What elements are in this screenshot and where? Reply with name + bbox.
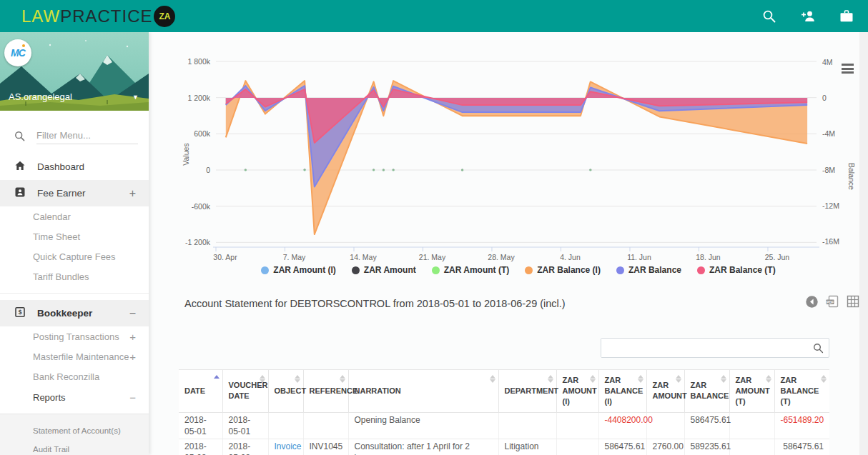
column-header-zar-amount-t[interactable]: ZAR AMOUNT (T) bbox=[729, 370, 774, 413]
svg-text:0: 0 bbox=[206, 166, 210, 174]
sidebar-item-quick-capture-fees[interactable]: Quick Capture Fees bbox=[0, 246, 149, 266]
filter-menu-input[interactable] bbox=[36, 127, 138, 144]
cell-value: -4408200.00 bbox=[605, 415, 653, 425]
sidebar-item-time-sheet[interactable]: Time Sheet bbox=[0, 226, 149, 246]
badge-icon bbox=[14, 186, 26, 198]
sort-icon bbox=[260, 375, 265, 383]
expand-toggle-icon[interactable]: − bbox=[129, 391, 136, 404]
sidebar: MC AS.orangelegal ▼ DashboardFee Earner+… bbox=[0, 32, 149, 455]
logo-za-badge: ZA bbox=[154, 6, 175, 27]
sort-icon bbox=[638, 375, 643, 383]
column-header-narration[interactable]: NARRATION bbox=[348, 370, 498, 413]
column-header-zar-amount[interactable]: ZAR AMOUNT bbox=[646, 370, 684, 413]
page-scrollbar[interactable] bbox=[859, 32, 868, 455]
svg-text:4M: 4M bbox=[822, 58, 833, 66]
svg-text:-1 200k: -1 200k bbox=[185, 238, 211, 246]
sidebar-item-label: Statement of Account(s) bbox=[33, 426, 121, 435]
svg-text:$: $ bbox=[19, 309, 22, 316]
sort-icon bbox=[676, 375, 681, 383]
svg-text:-12M: -12M bbox=[822, 201, 839, 210]
sidebar-item-statement-of-account-s[interactable]: Statement of Account(s) bbox=[0, 421, 149, 440]
avatar-logo-dot bbox=[22, 44, 25, 47]
svg-text:Values: Values bbox=[182, 143, 190, 165]
expand-toggle-icon[interactable]: + bbox=[129, 187, 136, 200]
column-header-reference[interactable]: REFERENCE bbox=[303, 370, 348, 413]
back-circle-icon[interactable] bbox=[806, 296, 818, 311]
menu-filter bbox=[0, 125, 149, 146]
legend-label: ZAR Amount (T) bbox=[444, 265, 510, 275]
sidebar-item-posting-transactions[interactable]: Posting Transactions+ bbox=[0, 326, 149, 346]
svg-text:-8M: -8M bbox=[822, 166, 835, 174]
search-icon[interactable] bbox=[761, 8, 778, 25]
sidebar-item-audit-trail[interactable]: Audit Trail bbox=[0, 440, 149, 455]
table-search bbox=[601, 338, 829, 358]
svg-text:7. May: 7. May bbox=[283, 253, 306, 261]
legend-marker bbox=[352, 266, 360, 274]
sidebar-item-reports[interactable]: Reports− bbox=[0, 386, 149, 408]
sidebar-item-dashboard[interactable]: Dashboard bbox=[0, 154, 149, 180]
add-contact-icon[interactable] bbox=[799, 8, 817, 25]
column-header-department[interactable]: DEPARTMENT bbox=[498, 370, 556, 413]
column-header-zar-balance-i[interactable]: ZAR BALANCE (I) bbox=[598, 370, 646, 413]
app-header: LAWPRACTICE ZA bbox=[0, 0, 868, 32]
table-search-input[interactable] bbox=[601, 339, 806, 357]
svg-text:-600k: -600k bbox=[192, 202, 211, 211]
chart-menu-icon[interactable] bbox=[842, 64, 854, 76]
table-row: 2018-05-032018-05-03InvoiceINV1045Consul… bbox=[179, 439, 829, 455]
sidebar-item-bookkeeper[interactable]: $Bookkeeper− bbox=[0, 300, 149, 326]
nav-divider bbox=[0, 293, 149, 294]
legend-item-zar-amount-t[interactable]: ZAR Amount (T) bbox=[432, 265, 510, 275]
svg-text:0: 0 bbox=[822, 94, 827, 102]
legend-item-zar-amount-i[interactable]: ZAR Amount (I) bbox=[261, 265, 336, 275]
sidebar-item-label: Time Sheet bbox=[33, 231, 80, 242]
sidebar-item-label: Audit Trail bbox=[33, 445, 69, 454]
legend-label: ZAR Balance bbox=[628, 265, 681, 275]
svg-text:-4M: -4M bbox=[822, 129, 835, 138]
search-icon bbox=[813, 343, 824, 354]
pdf-export-icon[interactable]: PDF bbox=[825, 295, 839, 311]
svg-text:-16M: -16M bbox=[822, 237, 839, 246]
legend-item-zar-balance-i[interactable]: ZAR Balance (I) bbox=[525, 265, 601, 275]
legend-label: ZAR Balance (I) bbox=[537, 265, 601, 275]
legend-marker bbox=[432, 266, 440, 274]
svg-text:4. Jun: 4. Jun bbox=[560, 253, 581, 261]
sidebar-item-label: Bank Reconzilla bbox=[33, 371, 99, 382]
ledger-icon: $ bbox=[14, 306, 26, 318]
expand-toggle-icon[interactable]: + bbox=[129, 331, 136, 343]
legend-item-zar-amount[interactable]: ZAR Amount bbox=[352, 265, 416, 275]
column-header-zar-balance-t[interactable]: ZAR BALANCE (T) bbox=[774, 370, 829, 413]
search-icon bbox=[14, 131, 25, 141]
app-logo: LAWPRACTICE ZA bbox=[21, 6, 175, 27]
legend-marker bbox=[261, 266, 269, 274]
main-content: 1 800k1 200k600k0-600k-1 200k4M0-4M-8M-1… bbox=[149, 32, 868, 455]
sidebar-item-masterfile-maintenance[interactable]: Masterfile Maintenance+ bbox=[0, 346, 149, 366]
chart-plot-area[interactable]: 1 800k1 200k600k0-600k-1 200k4M0-4M-8M-1… bbox=[179, 54, 858, 264]
column-header-date[interactable]: DATE bbox=[179, 370, 222, 413]
legend-item-zar-balance-t[interactable]: ZAR Balance (T) bbox=[697, 265, 776, 275]
sidebar-item-calendar[interactable]: Calendar bbox=[0, 206, 149, 226]
briefcase-icon[interactable] bbox=[838, 8, 855, 25]
column-header-object[interactable]: OBJECT bbox=[268, 370, 303, 413]
sidebar-item-tariff-bundles[interactable]: Tariff Bundles bbox=[0, 266, 149, 286]
sidebar-item-label: Dashboard bbox=[37, 161, 84, 172]
profile-card: MC AS.orangelegal ▼ bbox=[0, 32, 149, 111]
column-header-voucher-date[interactable]: VOUCHER DATE bbox=[222, 370, 268, 413]
expand-toggle-icon[interactable]: − bbox=[129, 307, 136, 320]
sidebar-item-bank-reconzilla[interactable]: Bank Reconzilla bbox=[0, 366, 149, 386]
table-row: 2018-05-012018-05-01Opening Balance-4408… bbox=[179, 412, 829, 439]
column-header-zar-amount-i[interactable]: ZAR AMOUNT (I) bbox=[556, 370, 598, 413]
sidebar-item-label: Quick Capture Fees bbox=[33, 251, 116, 262]
expand-toggle-icon[interactable]: + bbox=[129, 351, 136, 363]
legend-item-zar-balance[interactable]: ZAR Balance bbox=[616, 265, 681, 275]
sidebar-item-label: Bookkeeper bbox=[37, 308, 92, 319]
chevron-down-icon[interactable]: ▼ bbox=[132, 94, 139, 101]
svg-text:18. Jun: 18. Jun bbox=[696, 253, 721, 261]
column-header-zar-balance[interactable]: ZAR BALANCE bbox=[684, 370, 729, 413]
grid-export-icon[interactable] bbox=[847, 295, 859, 311]
avatar[interactable]: MC bbox=[4, 39, 31, 66]
sidebar-item-fee-earner[interactable]: Fee Earner+ bbox=[0, 180, 149, 206]
legend-label: ZAR Balance (T) bbox=[709, 265, 776, 275]
sort-icon bbox=[490, 375, 495, 383]
object-link[interactable]: Invoice bbox=[275, 441, 302, 451]
profile-username: AS.orangelegal bbox=[9, 91, 72, 102]
